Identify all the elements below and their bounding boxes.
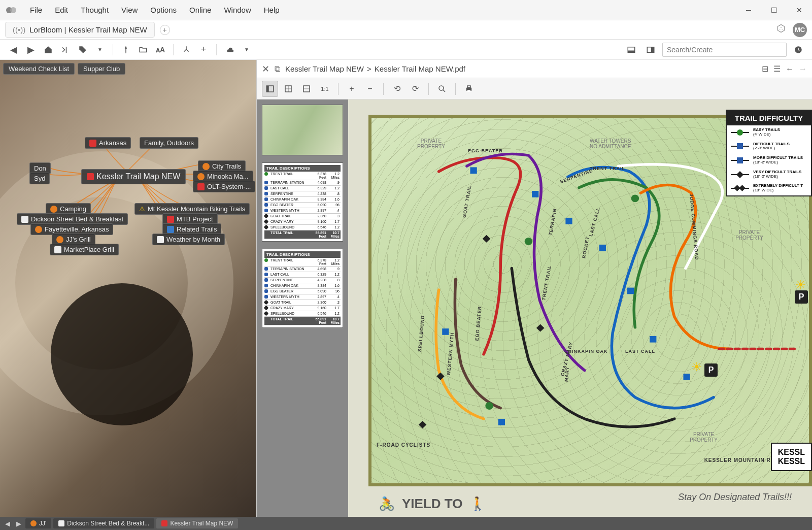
svg-rect-22	[627, 288, 634, 294]
broadcast-icon: ((•))	[13, 25, 25, 34]
add-button[interactable]: +	[196, 42, 211, 57]
svg-rect-6	[628, 50, 635, 52]
home-button[interactable]	[41, 42, 56, 57]
print-button[interactable]	[461, 81, 477, 97]
svg-rect-25	[498, 419, 505, 425]
text-size-button[interactable]: ᴀA	[153, 42, 168, 57]
zoom-in-button[interactable]: +	[344, 81, 360, 97]
plex-panel[interactable]: Weekend Check List Supper Club Arkansas …	[0, 60, 256, 517]
dice-icon[interactable]	[776, 24, 789, 36]
sidebar-toggle-button[interactable]	[262, 81, 278, 97]
pdf-page-view[interactable]: EGG BEATER SERPENTINE TRENT TRAIL GOAT T…	[348, 100, 812, 517]
svg-rect-20	[565, 218, 572, 224]
content-panel: ✕ ⧉ Kessler Trail Map NEW > Kessler Trai…	[256, 60, 812, 517]
avatar[interactable]: MC	[793, 23, 807, 37]
fit-width-button[interactable]	[298, 81, 315, 97]
kessler-title-box: KESSL KESSL	[771, 443, 812, 471]
trail-label: EGG BEATER	[468, 148, 503, 153]
history-back[interactable]: ◀	[3, 520, 12, 527]
list-icon[interactable]: ☰	[773, 64, 781, 74]
menu-options[interactable]: Options	[145, 4, 182, 16]
svg-point-1	[10, 7, 16, 13]
popout-icon[interactable]: ⧉	[275, 64, 280, 74]
node-weather[interactable]: Weather by Month	[152, 234, 225, 245]
history-tab-dickson[interactable]: Dickson Street Bed & Breakf...	[53, 518, 154, 528]
pdf-body: TRAIL DESCRIPTIONS TRENT TRAIL6,378 Feet…	[257, 100, 812, 517]
parking-icon: P	[704, 363, 718, 377]
node-family[interactable]: Family, Outdoors	[140, 137, 198, 149]
rotate-right-button[interactable]: ⟳	[407, 81, 423, 97]
view-toggle-icon[interactable]: ⊟	[762, 64, 768, 74]
main-area: Weekend Check List Supper Club Arkansas …	[0, 60, 812, 517]
node-arkansas[interactable]: Arkansas	[85, 137, 131, 149]
cyclist-icon: 🚴	[379, 496, 395, 512]
zoom-out-button[interactable]: −	[362, 81, 378, 97]
svg-point-3	[780, 28, 781, 29]
node-olt[interactable]: OLT-System-...	[193, 181, 255, 192]
brain-tab[interactable]: ((•)) LorBloom | Kessler Trail Map NEW	[5, 22, 155, 38]
pin-button[interactable]	[118, 42, 133, 57]
hiker-icon: 🚶	[469, 496, 486, 512]
history-fwd[interactable]: ▶	[14, 520, 23, 527]
menu-view[interactable]: View	[116, 4, 143, 16]
layout-split-icon[interactable]	[643, 42, 658, 57]
tag-button[interactable]	[75, 42, 90, 57]
folder-button[interactable]	[136, 42, 151, 57]
pin-weekend[interactable]: Weekend Check List	[3, 63, 75, 75]
thumb-table-2[interactable]: TRAIL DESCRIPTIONS TRENT TRAIL6,378 Feet…	[262, 249, 343, 328]
node-main[interactable]: Kessler Trail Map NEW	[81, 169, 186, 184]
layout-single-icon[interactable]	[624, 42, 639, 57]
nav-back-icon[interactable]: ←	[786, 64, 794, 74]
menu-edit[interactable]: Edit	[50, 4, 73, 16]
clock-icon[interactable]	[791, 42, 806, 57]
minimize-button[interactable]: ─	[741, 3, 756, 18]
menu-thought[interactable]: Thought	[76, 4, 114, 16]
thumb-table-1[interactable]: TRAIL DESCRIPTIONS TRENT TRAIL6,378 Feet…	[262, 162, 343, 242]
close-content-button[interactable]: ✕	[262, 63, 269, 75]
node-syd[interactable]: Syd	[29, 173, 50, 184]
svg-point-28	[631, 194, 639, 202]
parking-icon: P	[795, 290, 808, 304]
svg-rect-24	[683, 374, 690, 380]
tab-title: LorBloom | Kessler Trail Map NEW	[29, 25, 147, 34]
pin-supper[interactable]: Supper Club	[78, 63, 125, 75]
history-tab-kessler[interactable]: Kessler Trail Map NEW	[156, 518, 238, 528]
actual-size-button[interactable]: 1:1	[317, 81, 333, 97]
search-pdf-button[interactable]	[434, 81, 450, 97]
rotate-left-button[interactable]: ⟲	[389, 81, 405, 97]
svg-rect-30	[483, 235, 491, 243]
forward-button[interactable]: ▶	[23, 42, 39, 57]
maximize-button[interactable]: ☐	[766, 3, 782, 18]
nav-fwd-icon[interactable]: →	[799, 64, 807, 74]
private-property-label: PRIVATE PROPERTY	[690, 432, 718, 443]
svg-point-2	[781, 27, 782, 28]
menu-file[interactable]: File	[25, 4, 47, 16]
search-input[interactable]	[662, 43, 787, 57]
cloud-button[interactable]	[222, 42, 237, 57]
close-button[interactable]: ✕	[792, 3, 807, 18]
back-button[interactable]: ◀	[6, 42, 21, 57]
thumbnail-column[interactable]: TRAIL DESCRIPTIONS TRENT TRAIL6,378 Feet…	[257, 100, 348, 517]
breadcrumb: Kessler Trail Map NEW > Kessler Trail Ma…	[285, 64, 465, 73]
node-marketplace[interactable]: MarketPlace Grill	[50, 244, 119, 255]
menu-online[interactable]: Online	[184, 4, 216, 16]
bg-circle-inner	[51, 283, 193, 425]
recent-button[interactable]	[58, 42, 73, 57]
cloud-dropdown[interactable]: ▼	[239, 42, 254, 57]
menu-window[interactable]: Window	[219, 4, 256, 16]
tab-bar: ((•)) LorBloom | Kessler Trail Map NEW +…	[0, 20, 812, 40]
history-tab-jj[interactable]: JJ'	[25, 518, 51, 528]
menu-help[interactable]: Help	[259, 4, 285, 16]
pdf-toolbar: 1:1 + − ⟲ ⟳	[257, 78, 812, 100]
new-tab-button[interactable]: +	[160, 25, 170, 35]
crumb-1[interactable]: Kessler Trail Map NEW	[285, 64, 364, 73]
tag-dropdown[interactable]: ▼	[92, 42, 108, 57]
branch-button[interactable]	[179, 42, 194, 57]
thumb-map[interactable]	[262, 105, 343, 155]
fit-page-button[interactable]	[280, 81, 296, 97]
window-controls: ─ ☐ ✕	[741, 3, 807, 18]
crumb-2[interactable]: Kessler Trail Map NEW.pdf	[375, 64, 465, 73]
svg-point-29	[485, 402, 493, 410]
svg-rect-8	[651, 47, 654, 52]
trail-label: LAST CALL	[625, 349, 655, 354]
